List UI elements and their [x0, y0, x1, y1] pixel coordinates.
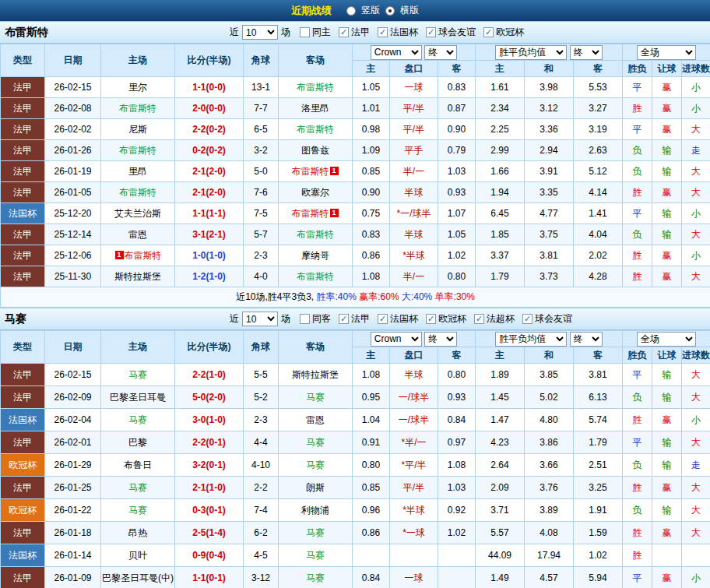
- avg-away: 3.25: [574, 477, 623, 499]
- avg-odds-select[interactable]: 胜平负均值: [495, 332, 567, 347]
- corner-count: 7-4: [244, 499, 279, 522]
- checkbox-icon[interactable]: ✓: [426, 27, 436, 37]
- team-name[interactable]: 布雷斯特: [292, 166, 329, 177]
- checkbox-icon[interactable]: ✓: [426, 314, 436, 324]
- avg-final-select[interactable]: 终: [570, 332, 603, 347]
- team-name[interactable]: 巴黎: [128, 437, 147, 448]
- final-odds-select[interactable]: 终: [424, 45, 457, 60]
- team-name[interactable]: 尼斯: [128, 124, 147, 135]
- checkbox-icon[interactable]: [300, 314, 310, 324]
- team-name[interactable]: 欧塞尔: [301, 187, 329, 198]
- team-name[interactable]: 马赛: [306, 550, 325, 561]
- team-name[interactable]: 马赛: [306, 527, 325, 538]
- team-name[interactable]: 雷恩: [306, 414, 325, 425]
- checkbox-icon[interactable]: ✓: [339, 27, 349, 37]
- team-name[interactable]: 马赛: [306, 392, 325, 403]
- team-name[interactable]: 摩纳哥: [301, 250, 329, 261]
- team-name[interactable]: 昂热: [128, 527, 147, 538]
- goals-result-cell: 大: [682, 161, 710, 182]
- vertical-radio-icon[interactable]: [346, 6, 356, 16]
- avg-final-select[interactable]: 终: [570, 45, 603, 60]
- league-badge: 法国杯: [1, 203, 45, 224]
- filter-checkbox[interactable]: ✓欧冠杯: [426, 312, 466, 326]
- team-name[interactable]: 里昂: [128, 166, 147, 177]
- horizontal-layout-label[interactable]: 横版: [400, 4, 419, 17]
- col-odds-away: 客: [438, 61, 476, 77]
- checkbox-icon[interactable]: ✓: [522, 314, 532, 324]
- team-name[interactable]: 马赛: [128, 369, 147, 380]
- team-name[interactable]: 马赛: [128, 505, 147, 516]
- avg-away: 5.12: [574, 161, 623, 182]
- checkbox-icon[interactable]: ✓: [378, 314, 388, 324]
- away-team-cell: 布雷斯特1: [279, 203, 353, 224]
- bookmaker-select[interactable]: Crown: [371, 332, 422, 347]
- match-count-select[interactable]: 10: [242, 312, 278, 326]
- checkbox-icon[interactable]: ✓: [339, 314, 349, 324]
- filter-checkbox[interactable]: ✓法国杯: [378, 26, 418, 39]
- summary-segment: 胜率:40%: [317, 291, 360, 302]
- filter-checkbox[interactable]: ✓球会友谊: [426, 26, 476, 39]
- team-name[interactable]: 巴黎圣日耳曼: [110, 392, 166, 403]
- team-name[interactable]: 布鲁日: [124, 459, 152, 470]
- filter-checkbox[interactable]: ✓法国杯: [378, 312, 418, 326]
- filter-checkbox[interactable]: 同主: [300, 26, 331, 39]
- filter-checkbox[interactable]: ✓欧冠杯: [483, 26, 524, 39]
- filter-checkbox[interactable]: ✓法甲: [339, 26, 370, 39]
- goals-result-cell: 小: [682, 203, 710, 224]
- team-name[interactable]: 马赛: [128, 414, 147, 425]
- team-name[interactable]: 斯特拉斯堡: [292, 369, 339, 380]
- final-odds-select[interactable]: 终: [424, 332, 457, 347]
- filter-checkbox[interactable]: ✓法超杯: [474, 312, 515, 326]
- match-date: 26-02-08: [45, 98, 101, 119]
- team-name[interactable]: 马赛: [306, 572, 325, 583]
- team-name[interactable]: 洛里昂: [301, 103, 329, 114]
- team-name[interactable]: 布雷斯特: [297, 124, 334, 135]
- team-name[interactable]: 马赛: [128, 482, 147, 493]
- match-row: 法国杯25-12-20艾夫兰治斯1-1(1-1)7-5布雷斯特10.75*一/球…: [1, 203, 710, 224]
- team-name[interactable]: 图鲁兹: [301, 145, 329, 156]
- avg-odds-select[interactable]: 胜平负均值: [495, 45, 567, 60]
- team-name[interactable]: 布雷斯特: [119, 145, 156, 156]
- scope-select[interactable]: 全场: [637, 332, 696, 347]
- team-name[interactable]: 布雷斯特: [297, 271, 334, 282]
- checkbox-icon[interactable]: ✓: [474, 314, 484, 324]
- handicap-result-cell: 赢: [652, 77, 682, 98]
- checkbox-icon[interactable]: [300, 27, 310, 37]
- avg-away: 3.19: [574, 119, 623, 140]
- handicap-result-cell: 赢: [652, 409, 682, 431]
- team-name[interactable]: 布雷斯特: [119, 187, 156, 198]
- match-date: 26-01-19: [45, 161, 101, 182]
- scope-select[interactable]: 全场: [637, 45, 696, 60]
- team-name[interactable]: 艾夫兰治斯: [114, 208, 161, 219]
- odds-home: 0.85: [353, 161, 390, 182]
- team-name[interactable]: 巴黎圣日耳曼(中): [102, 572, 174, 583]
- team-name[interactable]: 朗斯: [306, 482, 325, 493]
- team-name[interactable]: 马赛: [306, 437, 325, 448]
- odds-home: 0.98: [353, 119, 390, 140]
- team-name[interactable]: 贝叶: [128, 550, 147, 561]
- team-name[interactable]: 马赛: [306, 459, 325, 470]
- team-name[interactable]: 里尔: [128, 82, 147, 93]
- team-name[interactable]: 斯特拉斯堡: [114, 271, 161, 282]
- team-name[interactable]: 利物浦: [301, 505, 329, 516]
- horizontal-radio-icon[interactable]: [385, 6, 395, 16]
- home-team-cell: 布雷斯特: [101, 98, 175, 119]
- bookmaker-select[interactable]: Crown: [371, 45, 422, 60]
- match-count-select[interactable]: 10: [242, 25, 278, 40]
- odds-away: 1.02: [438, 245, 476, 266]
- corner-count: 6-5: [244, 119, 279, 140]
- team-name[interactable]: 雷恩: [128, 229, 147, 240]
- team-name[interactable]: 布雷斯特: [292, 208, 329, 219]
- filter-checkbox[interactable]: 同客: [300, 312, 331, 326]
- vertical-layout-label[interactable]: 竖版: [361, 4, 380, 17]
- checkbox-icon[interactable]: ✓: [378, 27, 388, 37]
- checkbox-icon[interactable]: ✓: [483, 27, 494, 37]
- team-name[interactable]: 布雷斯特: [119, 103, 156, 114]
- filter-checkbox[interactable]: ✓法甲: [339, 312, 370, 326]
- filter-label: 法国杯: [390, 26, 418, 39]
- team-name[interactable]: 布雷斯特: [297, 229, 334, 240]
- team-name[interactable]: 布雷斯特: [125, 250, 162, 261]
- handicap-result-cell: 赢: [652, 266, 682, 287]
- filter-checkbox[interactable]: ✓球会友谊: [522, 312, 572, 326]
- team-name[interactable]: 布雷斯特: [297, 82, 334, 93]
